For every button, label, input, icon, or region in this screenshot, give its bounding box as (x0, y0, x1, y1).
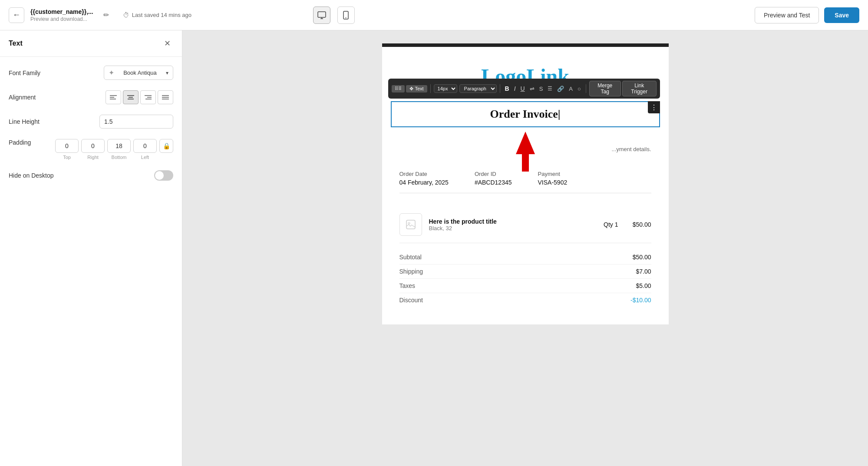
shipping-label: Shipping (399, 268, 423, 275)
totals-table: Subtotal $50.00 Shipping $7.00 Taxes $5.… (399, 250, 651, 307)
link-trigger-button[interactable]: Link Trigger (622, 81, 657, 96)
padding-row: Padding 🔒 Top Right Bottom Left (9, 139, 173, 160)
panel-title: Text (9, 40, 23, 47)
align-left-button[interactable] (106, 90, 121, 104)
padding-inputs: 🔒 (55, 139, 173, 153)
circle-button[interactable]: ○ (576, 85, 583, 93)
product-price: $50.00 (625, 221, 651, 228)
back-button[interactable]: ← (9, 7, 24, 23)
padding-left-label: Left (133, 155, 157, 160)
hide-desktop-label: Hide on Desktop (9, 172, 54, 179)
padding-left-input[interactable] (133, 139, 157, 153)
font-family-label: Font Family (9, 69, 40, 76)
padding-bottom-label: Bottom (107, 155, 131, 160)
line-height-label: Line Height (9, 118, 40, 125)
text-tag-label: Text (415, 86, 424, 91)
svg-rect-15 (406, 220, 415, 229)
close-panel-button[interactable]: ✕ (161, 37, 173, 50)
hide-desktop-toggle[interactable] (154, 170, 173, 181)
padding-lock-button[interactable]: 🔒 (159, 139, 173, 153)
block-options-button[interactable]: ⋮ (648, 101, 660, 113)
top-bar: ← {{customer_name}},... Preview and down… (0, 0, 868, 30)
panel-body: Font Family ✦ Book Antiqua ▾ Alignment (0, 57, 182, 200)
line-height-row: Line Height (9, 115, 173, 129)
subtotal-value: $50.00 (633, 254, 651, 261)
top-bar-right: Preview and Test Save (755, 7, 859, 23)
taxes-row: Taxes $5.00 (399, 279, 651, 293)
product-qty: Qty 1 (604, 221, 618, 228)
panel-header: Text ✕ (0, 30, 182, 57)
svg-point-16 (408, 222, 410, 224)
order-date-label: Order Date (399, 171, 449, 177)
padding-top-label: Top (55, 155, 79, 160)
device-switcher (198, 7, 470, 24)
shipping-row: Shipping $7.00 (399, 264, 651, 279)
order-date-meta: Order Date 04 February, 2025 (399, 171, 449, 186)
saved-status: ⏱ Last saved 14 mins ago (123, 11, 191, 19)
product-row: Here is the product title Black, 32 Qty … (399, 206, 651, 243)
order-id-meta: Order ID #ABCD12345 (475, 171, 512, 186)
list-button[interactable]: ☰ (546, 85, 554, 92)
alignment-row: Alignment (9, 90, 173, 104)
taxes-value: $5.00 (636, 282, 651, 289)
padding-right-label: Right (81, 155, 105, 160)
app-body: Text ✕ Font Family ✦ Book Antiqua ▾ Alig… (0, 30, 868, 466)
align-justify-button[interactable] (158, 90, 173, 104)
product-info: Here is the product title Black, 32 (429, 218, 597, 231)
svg-rect-0 (318, 12, 326, 17)
align-center-button[interactable] (123, 90, 139, 104)
payment-value: VISA-5902 (538, 179, 568, 186)
paragraph-style-select[interactable]: Paragraph (459, 84, 497, 93)
product-variant: Black, 32 (429, 225, 597, 231)
merge-tag-button[interactable]: Merge Tag (589, 81, 621, 96)
padding-controls: 🔒 Top Right Bottom Left (55, 139, 173, 160)
payment-label: Payment (538, 171, 568, 177)
strikethrough-button[interactable]: ⇌ (528, 85, 536, 93)
document-subtitle: Preview and download... (30, 16, 93, 22)
order-id-label: Order ID (475, 171, 512, 177)
product-title: Here is the product title (429, 218, 597, 225)
padding-label-row: Top Right Bottom Left (55, 155, 173, 160)
saved-status-text: Last saved 14 mins ago (132, 12, 191, 18)
discount-value: -$10.00 (630, 297, 651, 304)
font-family-row: Font Family ✦ Book Antiqua ▾ (9, 66, 173, 80)
red-arrow (516, 132, 535, 172)
order-id-value: #ABCD12345 (475, 179, 512, 186)
preview-and-test-button[interactable]: Preview and Test (755, 7, 819, 23)
main-canvas: LogoLink ⠿⠿ ✥ Text 14px Pa (182, 30, 868, 466)
font-family-selector[interactable]: ✦ Book Antiqua ▾ (104, 66, 173, 80)
strikethrough-s-button[interactable]: S (538, 85, 545, 93)
highlight-button[interactable]: A (567, 85, 574, 93)
text-tag-icon: ✥ (409, 86, 413, 92)
align-right-button[interactable] (140, 90, 156, 104)
svg-point-2 (346, 17, 347, 18)
toolbar-divider-3 (586, 84, 586, 93)
padding-top-input[interactable] (55, 139, 79, 153)
padding-bottom-input[interactable] (107, 139, 131, 153)
padding-right-input[interactable] (81, 139, 105, 153)
font-size-select[interactable]: 14px (434, 84, 457, 93)
arrow-shaft (522, 154, 529, 172)
toolbar-divider-2 (500, 84, 500, 93)
save-button[interactable]: Save (824, 7, 859, 23)
italic-button[interactable]: I (512, 85, 518, 93)
order-invoice-block[interactable]: Order Invoice ⋮ (391, 101, 660, 127)
alignment-group (106, 90, 173, 104)
padding-label: Padding (9, 139, 31, 146)
underline-button[interactable]: U (519, 85, 527, 93)
mobile-view-button[interactable] (337, 7, 355, 24)
text-tag[interactable]: ✥ Text (406, 85, 427, 93)
desktop-view-button[interactable] (313, 7, 330, 24)
arrow-head (516, 132, 535, 154)
edit-title-button[interactable]: ✏ (99, 8, 113, 22)
chevron-down-icon: ▾ (166, 70, 168, 76)
subtotal-label: Subtotal (399, 254, 422, 261)
link-button[interactable]: 🔗 (555, 85, 566, 93)
text-block-wrapper: ⠿⠿ ✥ Text 14px Paragraph B I U (391, 101, 660, 127)
text-formatting-toolbar: ⠿⠿ ✥ Text 14px Paragraph B I U (388, 79, 660, 99)
bold-button[interactable]: B (503, 85, 511, 93)
order-invoice-title: Order Invoice (490, 108, 561, 121)
block-handle[interactable]: ⠿⠿ (392, 85, 405, 93)
subtotal-row: Subtotal $50.00 (399, 250, 651, 264)
line-height-input[interactable] (99, 115, 173, 129)
